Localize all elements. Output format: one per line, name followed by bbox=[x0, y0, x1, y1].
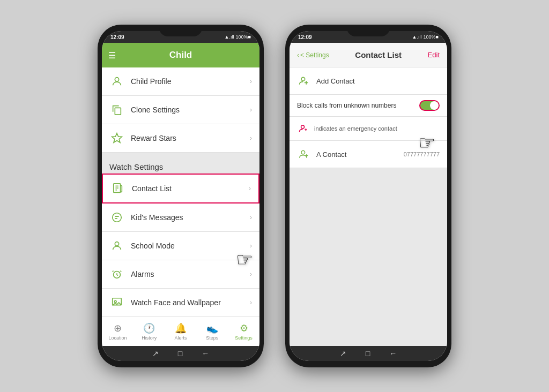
school-mode-chevron: › bbox=[250, 242, 252, 250]
svg-point-7 bbox=[113, 213, 122, 222]
battery-icon-2: 100%■ bbox=[424, 34, 439, 40]
school-mode-icon bbox=[109, 238, 124, 253]
app-header-1: ☰ Child bbox=[102, 43, 259, 67]
home-nav-icon-2[interactable]: □ bbox=[366, 349, 370, 358]
phone-2-shell: 12:09 ▲.ıll 100%■ ‹ < Settings Contact L… bbox=[285, 25, 451, 367]
home-nav-icon-1[interactable]: □ bbox=[178, 349, 182, 358]
kids-messages-icon bbox=[109, 210, 124, 225]
phone-2: 12:09 ▲.ıll 100%■ ‹ < Settings Contact L… bbox=[285, 25, 451, 367]
menu-item-school-mode[interactable]: School Mode › bbox=[102, 232, 259, 260]
svg-point-8 bbox=[115, 242, 118, 246]
hamburger-icon[interactable]: ☰ bbox=[108, 50, 116, 61]
child-profile-icon bbox=[109, 74, 124, 89]
emergency-row: indicates an emergency contact bbox=[290, 117, 447, 141]
watch-settings-header: Watch Settings bbox=[102, 157, 259, 174]
svg-point-11 bbox=[114, 300, 116, 303]
svg-point-15 bbox=[301, 125, 305, 129]
a-contact-name: A Contact bbox=[316, 150, 404, 159]
nav-steps[interactable]: 👟 Steps bbox=[196, 322, 228, 341]
phone-2-notch bbox=[347, 25, 390, 36]
nav-settings[interactable]: ⚙ Settings bbox=[228, 322, 259, 341]
clone-settings-label: Clone Settings bbox=[131, 105, 250, 114]
section-gap-1 bbox=[102, 153, 259, 157]
school-mode-label: School Mode bbox=[131, 242, 250, 250]
clone-settings-icon bbox=[109, 102, 124, 117]
add-contact-icon bbox=[297, 74, 311, 88]
svg-point-18 bbox=[301, 150, 305, 154]
contact-list-label: Contact List bbox=[132, 184, 249, 193]
back-button[interactable]: ‹ < Settings bbox=[297, 51, 329, 59]
add-contact-label: Add Contact bbox=[316, 77, 440, 85]
menu-item-reward-stars[interactable]: Reward Stars › bbox=[102, 124, 259, 153]
watch-face-label: Watch Face and Wallpaper bbox=[131, 298, 250, 307]
reward-stars-chevron: › bbox=[250, 134, 252, 142]
alerts-icon: 🔔 bbox=[175, 322, 187, 334]
system-nav-2: ↗ □ ← bbox=[290, 346, 447, 361]
share-nav-icon-2[interactable]: ↗ bbox=[340, 349, 346, 358]
reward-stars-icon bbox=[109, 131, 124, 146]
emergency-icon bbox=[297, 122, 310, 135]
alarms-chevron: › bbox=[250, 270, 252, 278]
svg-marker-2 bbox=[112, 133, 122, 142]
kids-messages-chevron: › bbox=[250, 214, 252, 221]
svg-point-0 bbox=[115, 78, 118, 81]
emergency-label: indicates an emergency contact bbox=[314, 125, 440, 132]
add-contact-row[interactable]: Add Contact bbox=[290, 67, 447, 95]
app-title-1: Child bbox=[169, 50, 192, 61]
svg-rect-1 bbox=[115, 108, 121, 115]
phone-1-notch bbox=[159, 25, 202, 36]
settings-label: Settings bbox=[235, 335, 253, 341]
edit-button[interactable]: Edit bbox=[428, 51, 440, 59]
history-label: History bbox=[142, 335, 157, 341]
contact-list-body: Add Contact Block calls from unknown num… bbox=[290, 67, 447, 346]
share-nav-icon-1[interactable]: ↗ bbox=[152, 349, 159, 358]
menu-item-alarms[interactable]: Alarms › bbox=[102, 260, 259, 289]
child-profile-label: Child Profile bbox=[131, 77, 250, 86]
settings-icon: ⚙ bbox=[240, 322, 248, 334]
contact-list-page-title: Contact List bbox=[355, 50, 402, 59]
back-chevron: ‹ bbox=[297, 51, 299, 59]
nav-alerts[interactable]: 🔔 Alerts bbox=[165, 322, 197, 341]
a-contact-number: 07777777777 bbox=[404, 151, 440, 157]
back-nav-icon-2[interactable]: ← bbox=[389, 349, 397, 358]
block-calls-label: Block calls from unknown numbers bbox=[297, 102, 419, 109]
menu-item-contact-list[interactable]: Contact List › bbox=[102, 174, 259, 203]
nav-history[interactable]: 🕐 History bbox=[133, 322, 165, 341]
location-label: Location bbox=[108, 335, 127, 341]
menu-item-clone-settings[interactable]: Clone Settings › bbox=[102, 96, 259, 124]
status-time-2: 12:09 bbox=[298, 34, 312, 40]
signal-icon-2: ▲.ıll bbox=[412, 34, 422, 40]
location-icon: ⊕ bbox=[114, 322, 122, 334]
steps-label: Steps bbox=[206, 335, 218, 341]
nav-location[interactable]: ⊕ Location bbox=[102, 322, 133, 341]
block-calls-toggle[interactable] bbox=[419, 100, 440, 111]
phone-1-screen: 12:09 ▲.ıll 100%■ ☰ Child bbox=[102, 31, 259, 361]
status-icons-2: ▲.ıll 100%■ bbox=[412, 34, 439, 40]
contact-list-chevron: › bbox=[249, 185, 251, 192]
history-icon: 🕐 bbox=[143, 322, 155, 334]
status-time-1: 12:09 bbox=[110, 34, 124, 40]
reward-stars-label: Reward Stars bbox=[131, 134, 250, 142]
phone-1-shell: 12:09 ▲.ıll 100%■ ☰ Child bbox=[98, 25, 264, 367]
menu-item-kids-messages[interactable]: Kid's Messages › bbox=[102, 203, 259, 232]
child-profile-chevron: › bbox=[250, 78, 252, 85]
back-label: < Settings bbox=[300, 51, 329, 59]
back-nav-icon-1[interactable]: ← bbox=[202, 349, 209, 358]
alarms-icon bbox=[109, 267, 124, 282]
bottom-nav-1: ⊕ Location 🕐 History 🔔 Alerts 👟 Steps ⚙ bbox=[102, 316, 259, 346]
alarms-label: Alarms bbox=[131, 270, 250, 278]
menu-item-watch-face[interactable]: Watch Face and Wallpaper › bbox=[102, 289, 259, 316]
svg-point-12 bbox=[301, 77, 305, 81]
watch-face-chevron: › bbox=[250, 299, 252, 306]
block-calls-row: Block calls from unknown numbers bbox=[290, 95, 447, 117]
menu-item-child-profile[interactable]: Child Profile › bbox=[102, 67, 259, 96]
status-icons-1: ▲.ıll 100%■ bbox=[225, 34, 251, 40]
alerts-label: Alerts bbox=[174, 335, 187, 341]
kids-messages-label: Kid's Messages bbox=[131, 213, 250, 222]
steps-icon: 👟 bbox=[206, 322, 218, 334]
phone-1: 12:09 ▲.ıll 100%■ ☰ Child bbox=[98, 25, 264, 367]
a-contact-row[interactable]: A Contact 07777777777 bbox=[290, 141, 447, 168]
contact-list-header: ‹ < Settings Contact List Edit bbox=[290, 43, 447, 67]
contact-list-icon bbox=[110, 181, 125, 196]
menu-list-1: Child Profile › Clone Settings › bbox=[102, 67, 259, 316]
